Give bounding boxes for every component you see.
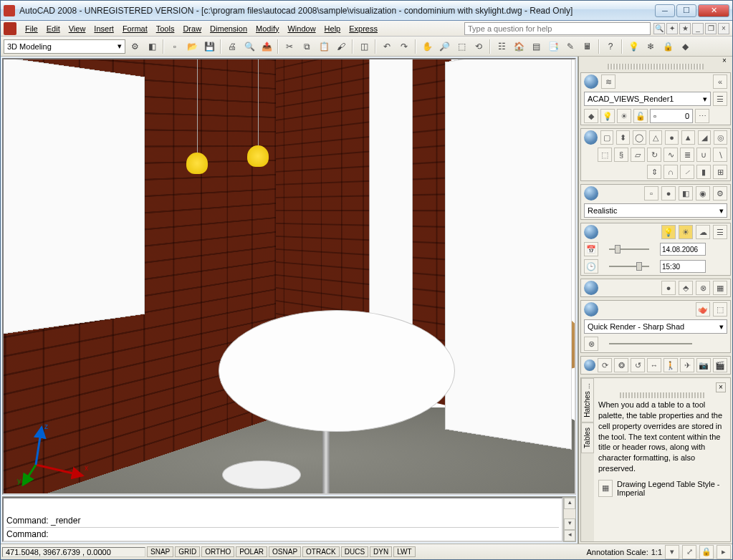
date-slider[interactable] [600,243,658,255]
clock-icon[interactable]: 🕒 [584,259,598,274]
table-style-icon[interactable]: ▦ [598,480,613,497]
redo-icon[interactable]: ↷ [396,39,412,54]
menu-dimension[interactable]: Dimension [206,23,251,34]
panel-expand-icon[interactable]: « [713,74,727,89]
layer-manager-icon[interactable]: ☰ [713,92,727,106]
3d-viewport[interactable]: x y z [2,58,576,495]
block-editor-icon[interactable]: ◫ [356,39,372,54]
zoom-window-icon[interactable]: ⬚ [454,39,469,54]
menu-format[interactable]: Format [118,23,152,34]
intersect-icon[interactable]: ∩ [663,165,678,179]
favorites-icon[interactable]: ★ [679,23,691,34]
lwt-toggle[interactable]: LWT [393,546,415,557]
otrack-toggle[interactable]: OTRACK [302,546,340,557]
light-list-icon[interactable]: ☰ [713,225,727,239]
materials-browser-icon[interactable]: ● [661,281,676,295]
cone-icon[interactable]: △ [649,130,663,145]
constrained-orbit-icon[interactable]: ⟳ [598,358,612,372]
presspull-icon[interactable]: ⇕ [647,165,661,179]
menu-tools[interactable]: Tools [152,23,179,34]
menu-draw[interactable]: Draw [178,23,206,34]
polar-toggle[interactable]: POLAR [236,546,267,557]
fly-icon[interactable]: ✈ [680,358,694,372]
dyn-toggle[interactable]: DYN [370,546,392,557]
menu-modify[interactable]: Modify [251,23,283,34]
cut-icon[interactable]: ✂ [282,39,297,54]
layer-freeze-icon[interactable]: ❄ [643,39,658,54]
copy-icon[interactable]: ⧉ [299,39,315,54]
layer-on-icon[interactable]: 💡 [626,39,641,54]
vs-realistic-icon[interactable]: ◉ [696,186,710,201]
panel-grip[interactable] [608,64,704,69]
bulb-on-icon[interactable]: 💡 [600,109,615,123]
tables-item-label[interactable]: Drawing Legend Table Style - Imperial [617,480,726,497]
extrude-icon[interactable]: ⬍ [616,130,630,145]
save-icon[interactable]: 💾 [201,39,217,54]
menu-window[interactable]: Window [283,23,320,34]
walk-icon[interactable]: 🚶 [663,358,678,372]
lock-open-icon[interactable]: 🔓 [633,109,648,123]
menu-view[interactable]: View [64,23,90,34]
sheet-set-icon[interactable]: 📑 [545,39,561,54]
layer-lock-icon[interactable]: 🔒 [660,39,676,54]
thicken-icon[interactable]: ▮ [696,165,711,179]
slice-icon[interactable]: ⟋ [680,165,694,179]
wedge-icon[interactable]: ◢ [698,130,712,145]
tool-palettes-icon[interactable]: ▤ [528,39,544,54]
subtract-icon[interactable]: ∖ [713,148,727,162]
layer-filter-dropdown[interactable]: ▫ 0 [650,109,693,123]
coordinate-display[interactable]: 471.5048, 3967.6739 , 0.0000 [2,547,145,557]
workspace-lock-icon[interactable]: ◧ [144,39,160,54]
layer-tools-icon[interactable]: ⋯ [695,109,709,123]
publish-icon[interactable]: 📤 [259,39,274,54]
helix-icon[interactable]: § [614,148,628,162]
snap-toggle[interactable]: SNAP [147,546,173,557]
zoom-realtime-icon[interactable]: 🔎 [436,39,452,54]
osnap-toggle[interactable]: OSNAP [269,546,301,557]
render-region-icon[interactable]: ⬚ [713,302,727,317]
camera-icon[interactable]: 📷 [696,358,711,372]
loft-icon[interactable]: ≣ [680,148,694,162]
menu-edit[interactable]: Edit [42,23,64,34]
menu-file[interactable]: File [21,23,42,34]
menu-insert[interactable]: Insert [90,23,118,34]
properties-icon[interactable]: ☷ [494,39,509,54]
workspace-settings-icon[interactable]: ⚙ [127,39,143,54]
teapot-icon[interactable]: 🫖 [696,302,710,317]
sun-on-icon[interactable]: 💡 [661,225,676,239]
imprint-icon[interactable]: ⊞ [713,165,727,179]
paste-icon[interactable]: 📋 [316,39,332,54]
search-icon[interactable]: 🔍 [653,23,665,34]
cylinder-icon[interactable]: ◯ [633,130,646,145]
date-field[interactable]: 14.08.2006 [660,243,706,256]
help-search-input[interactable] [464,22,651,35]
plot-icon[interactable]: 🖨 [224,39,240,54]
markup-icon[interactable]: ✎ [562,39,578,54]
scroll-up-icon[interactable]: ▴ [564,498,575,509]
undo-icon[interactable]: ↶ [379,39,395,54]
union-icon[interactable]: ∪ [696,148,711,162]
dashboard-close-icon[interactable]: × [719,57,729,67]
sun-thaw-icon[interactable]: ☀ [617,109,631,123]
mdi-minimize-icon[interactable]: _ [692,23,704,34]
menu-help[interactable]: Help [320,23,345,34]
close-button[interactable]: ✕ [698,4,729,17]
design-center-icon[interactable]: 🏠 [511,39,527,54]
unsaved-layer-icon[interactable]: ◆ [584,109,598,123]
free-orbit-icon[interactable]: ❂ [614,358,628,372]
vs-3d-icon[interactable]: ● [661,186,676,201]
torus-icon[interactable]: ◎ [714,130,727,145]
materials-map-icon[interactable]: ▦ [713,281,727,295]
tab-tables[interactable]: Tables [581,423,594,453]
vs-hidden-icon[interactable]: ◧ [679,186,693,201]
workspace-dropdown[interactable]: 3D Modeling▾ [4,39,125,54]
layer-states-icon[interactable]: ≋ [601,74,615,89]
anno-lock-icon[interactable]: 🔒 [699,545,714,559]
box-icon[interactable]: ▢ [600,130,614,145]
autocad-icon[interactable] [4,22,16,35]
render-cancel-icon[interactable]: ⊗ [584,337,598,351]
quickcalc-icon[interactable]: 🖩 [580,39,595,54]
command-scrollbar[interactable]: ▴ ▾ ◂ [563,497,576,542]
grid-toggle[interactable]: GRID [175,546,200,557]
open-icon[interactable]: 📂 [184,39,200,54]
